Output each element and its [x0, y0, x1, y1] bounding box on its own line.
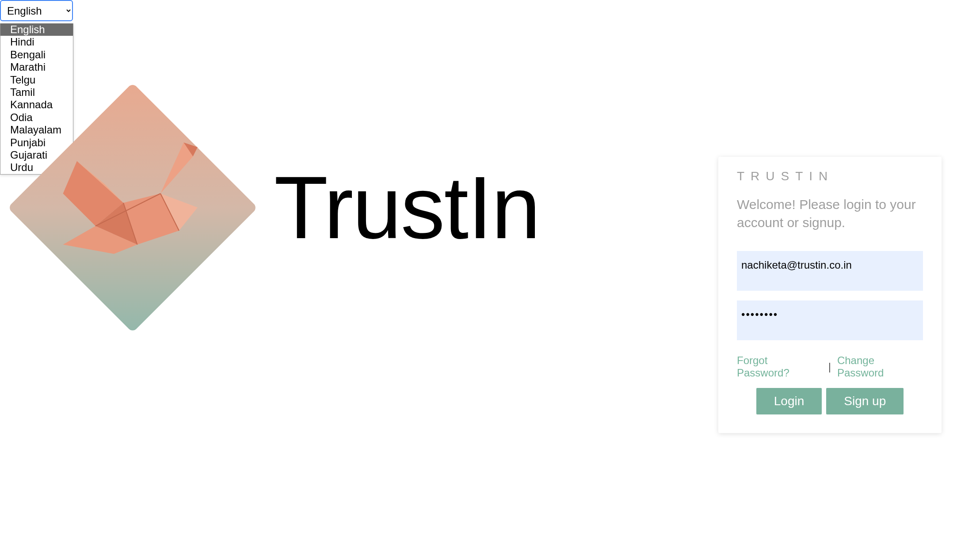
links-divider: |: [828, 361, 831, 373]
change-password-link[interactable]: Change Password: [837, 354, 923, 379]
app-logo-icon: [0, 75, 265, 340]
signup-button[interactable]: Sign up: [826, 388, 904, 414]
language-option-bengali[interactable]: Bengali: [0, 49, 73, 61]
login-card-subtitle: Welcome! Please login to your account or…: [737, 196, 923, 232]
language-option-hindi[interactable]: Hindi: [0, 36, 73, 48]
language-select[interactable]: English: [0, 0, 73, 21]
login-buttons-row: Login Sign up: [737, 388, 923, 414]
password-field[interactable]: [737, 300, 923, 340]
brand-name: TrustIn: [274, 163, 540, 252]
language-selector-wrapper: English English Hindi Bengali Marathi Te…: [0, 0, 73, 21]
login-button[interactable]: Login: [756, 388, 822, 414]
logo-area: TrustIn: [0, 75, 540, 340]
language-option-marathi[interactable]: Marathi: [0, 61, 73, 73]
email-field[interactable]: [737, 251, 923, 291]
login-card-title: TRUSTIN: [737, 169, 923, 183]
forgot-password-link[interactable]: Forgot Password?: [737, 354, 822, 379]
login-links-row: Forgot Password? | Change Password: [737, 354, 923, 379]
language-option-english[interactable]: English: [0, 23, 73, 36]
login-card: TRUSTIN Welcome! Please login to your ac…: [718, 157, 942, 433]
